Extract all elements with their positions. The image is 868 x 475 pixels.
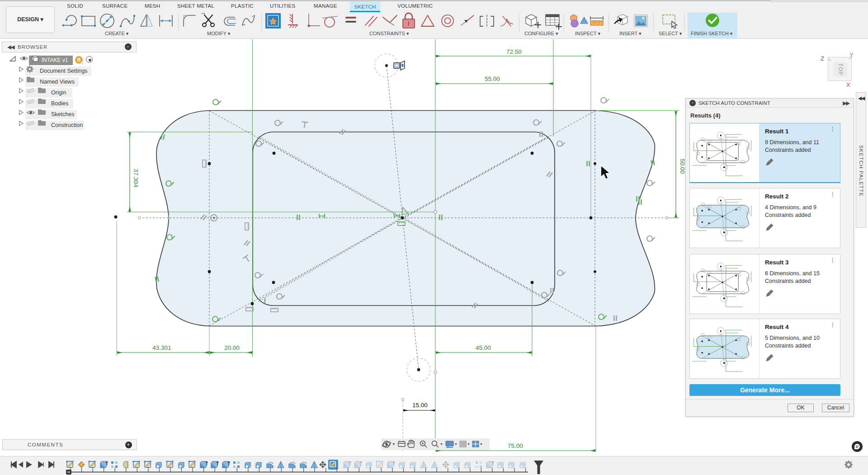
svg-text:20.00: 20.00 bbox=[224, 344, 240, 351]
svg-text:15.00: 15.00 bbox=[412, 402, 428, 409]
svg-text:55.00: 55.00 bbox=[485, 75, 500, 82]
svg-text:43.301: 43.301 bbox=[152, 344, 171, 351]
svg-text:75.00: 75.00 bbox=[508, 442, 523, 449]
svg-text:72.50: 72.50 bbox=[506, 48, 522, 55]
svg-text:50.00: 50.00 bbox=[679, 159, 686, 174]
svg-text:37.304: 37.304 bbox=[132, 169, 139, 188]
svg-text:45.00: 45.00 bbox=[476, 344, 491, 351]
